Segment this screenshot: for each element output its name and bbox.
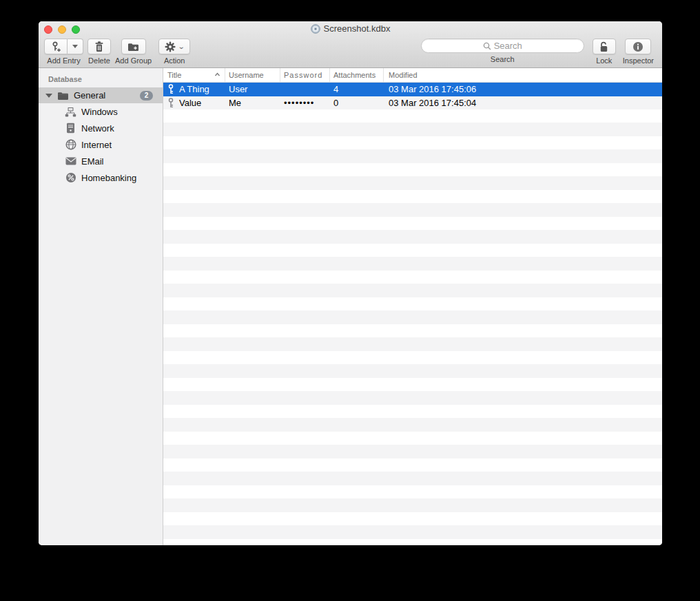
dropdown-caret-icon: [72, 45, 78, 48]
envelope-icon: [65, 156, 76, 167]
key-icon: [167, 84, 174, 94]
add-group-tool: Add Group: [115, 39, 152, 65]
add-entry-dropdown-button[interactable]: [68, 39, 83, 54]
inspector-tool: Inspector: [623, 39, 654, 65]
entry-attachments: 0: [330, 98, 384, 108]
folder-icon: [57, 91, 69, 101]
add-entry-label: Add Entry: [47, 56, 80, 65]
add-group-label: Add Group: [115, 56, 152, 65]
lock-label: Lock: [596, 56, 612, 65]
action-button[interactable]: ⌄: [158, 39, 190, 54]
sidebar-item-label: EMail: [81, 156, 104, 167]
window-title-area: Screenshot.kdbx: [39, 23, 662, 34]
entry-count-badge: 2: [140, 91, 153, 101]
inspector-label: Inspector: [623, 56, 654, 65]
action-label: Action: [164, 56, 185, 65]
info-icon: [632, 41, 644, 52]
sidebar-item-label: Network: [81, 123, 114, 134]
toolbar: Add Entry: [39, 39, 662, 65]
gear-icon: [165, 41, 176, 52]
key-plus-icon: [51, 41, 61, 52]
percent-circle-icon: [65, 172, 76, 184]
entry-modified: 03 Mar 2016 17:45:06: [384, 84, 662, 94]
sidebar-item-label: Homebanking: [81, 173, 136, 183]
column-header-modified[interactable]: Modified: [384, 68, 662, 82]
sidebar-item-general[interactable]: General 2: [39, 87, 163, 103]
lock-button[interactable]: [593, 39, 616, 54]
table-row[interactable]: Value Me •••••••• 0 03 Mar 2016 17:45:04: [163, 96, 662, 110]
entry-username: Me: [225, 98, 280, 108]
action-tool: ⌄ Action: [158, 39, 190, 65]
search-icon: [483, 42, 491, 50]
folder-plus-icon: [127, 42, 139, 52]
sidebar-item-email[interactable]: EMail: [39, 153, 163, 169]
titlebar-toolbar: Screenshot.kdbx: [39, 21, 662, 68]
entry-modified: 03 Mar 2016 17:45:04: [384, 98, 662, 108]
key-icon: [167, 98, 174, 108]
app-window: Screenshot.kdbx: [39, 21, 662, 545]
window-title: Screenshot.kdbx: [324, 23, 391, 34]
sidebar-section-header: Database: [39, 74, 163, 87]
sidebar: Database General 2: [39, 68, 163, 545]
column-header-title[interactable]: Title: [163, 68, 225, 82]
table-header: Title Username Password Attachments Modi…: [163, 68, 662, 83]
entry-attachments: 4: [330, 84, 384, 94]
delete-tool: Delete: [88, 39, 111, 65]
column-header-attachments[interactable]: Attachments: [330, 68, 384, 82]
globe-icon: [65, 139, 76, 151]
search-label: Search: [491, 55, 515, 63]
column-header-username[interactable]: Username: [225, 68, 280, 82]
column-header-password[interactable]: Password: [280, 68, 330, 82]
titlebar: Screenshot.kdbx: [39, 21, 662, 36]
search-input[interactable]: Search: [421, 39, 584, 53]
trash-icon: [94, 41, 104, 52]
sidebar-item-label: Internet: [81, 140, 112, 150]
document-icon: [311, 24, 320, 34]
sidebar-item-internet[interactable]: Internet: [39, 136, 163, 153]
lock-tool: Lock: [593, 39, 616, 65]
server-icon: [65, 123, 76, 134]
sidebar-item-label: Windows: [81, 107, 118, 117]
delete-button[interactable]: [88, 39, 111, 54]
search-tool: Search Search: [421, 39, 584, 63]
search-placeholder: Search: [494, 41, 522, 51]
add-group-button[interactable]: [121, 39, 146, 54]
sidebar-item-network[interactable]: Network: [39, 120, 163, 136]
sort-ascending-icon: [215, 72, 220, 77]
entry-table: Title Username Password Attachments Modi…: [163, 68, 662, 545]
inspector-button[interactable]: [625, 39, 651, 54]
entry-title: Value: [179, 98, 201, 108]
chevron-down-icon: ⌄: [178, 43, 185, 50]
delete-label: Delete: [88, 56, 110, 65]
sidebar-item-homebanking[interactable]: Homebanking: [39, 169, 163, 186]
table-body: A Thing User 4 03 Mar 2016 17:45:06: [163, 83, 662, 545]
table-row[interactable]: A Thing User 4 03 Mar 2016 17:45:06: [163, 83, 662, 96]
entry-username: User: [225, 84, 280, 94]
sidebar-item-windows[interactable]: Windows: [39, 103, 163, 120]
add-entry-tool: Add Entry: [44, 39, 83, 65]
disclosure-triangle-icon[interactable]: [45, 94, 52, 98]
entry-password: ••••••••: [280, 98, 330, 108]
sidebar-item-label: General: [74, 90, 140, 101]
add-entry-button[interactable]: [44, 39, 68, 54]
open-padlock-icon: [599, 41, 609, 52]
windows-network-icon: [65, 106, 76, 118]
entry-title: A Thing: [179, 84, 209, 94]
